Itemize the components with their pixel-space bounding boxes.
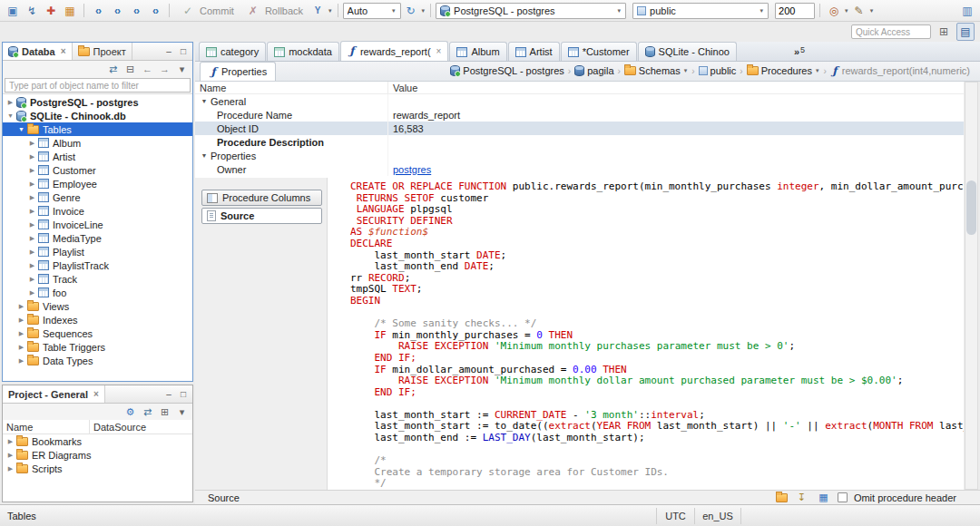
editor-tab-album[interactable]: Album bbox=[449, 42, 506, 61]
project-item-er-diagrams[interactable]: ▶ER Diagrams bbox=[3, 448, 192, 462]
navigate-object-icon[interactable] bbox=[825, 2, 843, 20]
expand-twistie-icon[interactable]: ▶ bbox=[27, 289, 37, 297]
active-connection-select[interactable]: PostgreSQL - postgres ▾ bbox=[436, 3, 626, 19]
expand-twistie-icon[interactable]: ▶ bbox=[5, 465, 15, 472]
tab-projects[interactable]: Проект bbox=[73, 43, 132, 60]
chevron-down-icon[interactable]: ▾ bbox=[845, 7, 848, 15]
project-item-scripts[interactable]: ▶Scripts bbox=[3, 462, 192, 475]
link-with-editor-icon[interactable] bbox=[140, 404, 155, 419]
expand-twistie-icon[interactable]: ▶ bbox=[27, 140, 37, 147]
project-item-bookmarks[interactable]: ▶Bookmarks bbox=[3, 434, 192, 448]
expand-twistie-icon[interactable]: ▶ bbox=[5, 438, 15, 445]
open-sql-script-icon[interactable] bbox=[127, 2, 145, 20]
tree-item-invoiceline[interactable]: ▶InvoiceLine bbox=[3, 218, 192, 231]
transaction-log-icon[interactable] bbox=[309, 2, 327, 20]
breadcrumb-item-schemas[interactable]: Schemas▾ bbox=[622, 65, 691, 76]
expand-twistie-icon[interactable]: ▶ bbox=[27, 235, 37, 242]
expand-twistie-icon[interactable]: ▶ bbox=[27, 208, 37, 215]
tab-database-navigator[interactable]: Databa bbox=[3, 43, 73, 60]
close-tab-icon[interactable] bbox=[436, 46, 442, 56]
vertical-scrollbar[interactable] bbox=[965, 82, 978, 490]
expand-twistie-icon[interactable]: ▶ bbox=[27, 194, 37, 201]
new-connection-wizard-icon[interactable] bbox=[42, 2, 60, 20]
tree-item-foo[interactable]: ▶foo bbox=[3, 286, 192, 299]
maximize-view-icon[interactable] bbox=[177, 388, 190, 401]
editor-tab-customer[interactable]: *Customer bbox=[561, 42, 637, 61]
collapse-twistie-icon[interactable]: ▼ bbox=[5, 112, 15, 119]
close-tab-icon[interactable] bbox=[93, 389, 99, 399]
tab-project-general[interactable]: Project - General bbox=[3, 385, 105, 403]
omit-procedure-header-checkbox[interactable] bbox=[838, 492, 848, 502]
chevron-down-icon[interactable]: ▾ bbox=[870, 7, 874, 15]
sql-editor-icon[interactable] bbox=[89, 2, 107, 20]
close-tab-icon[interactable] bbox=[61, 46, 66, 56]
breadcrumb-item-pagila[interactable]: pagila bbox=[572, 65, 616, 76]
chevron-down-icon[interactable]: ▾ bbox=[422, 7, 426, 15]
editor-tab-artist[interactable]: Artist bbox=[508, 42, 560, 61]
fetch-size-input[interactable] bbox=[775, 3, 815, 19]
driver-manager-icon[interactable] bbox=[61, 2, 79, 20]
expand-twistie-icon[interactable]: ▶ bbox=[27, 180, 37, 188]
tree-item-data-types[interactable]: ▶Data Types bbox=[3, 354, 192, 367]
expand-twistie-icon[interactable]: ▶ bbox=[16, 357, 26, 365]
expand-twistie-icon[interactable]: ▶ bbox=[27, 262, 37, 269]
scrollbar-thumb[interactable] bbox=[966, 180, 976, 235]
status-locale[interactable]: en_US bbox=[694, 508, 741, 524]
expand-twistie-icon[interactable]: ▶ bbox=[27, 248, 37, 256]
back-icon[interactable] bbox=[140, 62, 155, 76]
minimize-view-icon[interactable] bbox=[162, 45, 175, 58]
bottom-tab-source[interactable]: Source bbox=[208, 492, 240, 503]
link-with-editor-icon[interactable] bbox=[105, 62, 121, 76]
editor-tab-category[interactable]: category bbox=[199, 42, 266, 61]
minimize-view-icon[interactable] bbox=[162, 388, 175, 401]
edit-object-icon[interactable] bbox=[850, 2, 868, 20]
expand-icon[interactable] bbox=[157, 404, 172, 419]
column-header-value[interactable]: Value bbox=[387, 82, 964, 93]
owner-link[interactable]: postgres bbox=[393, 164, 431, 175]
breadcrumb-item-postgresql-postgres[interactable]: PostgreSQL - postgres bbox=[447, 65, 566, 76]
page-button-source[interactable]: Source bbox=[201, 208, 322, 224]
transaction-mode-select[interactable]: Auto ▾ bbox=[343, 3, 401, 19]
tree-item-genre[interactable]: ▶Genre bbox=[3, 190, 192, 204]
tree-item-album[interactable]: ▶Album bbox=[3, 136, 192, 150]
toggle-panel-icon[interactable] bbox=[816, 491, 831, 505]
tab-overflow-indicator[interactable]: 5 bbox=[794, 46, 805, 57]
tree-item-playlisttrack[interactable]: ▶PlaylistTrack bbox=[3, 258, 192, 272]
load-from-file-icon[interactable] bbox=[776, 493, 788, 502]
property-row-properties[interactable]: ▼Properties bbox=[195, 149, 964, 162]
tree-item-invoice[interactable]: ▶Invoice bbox=[3, 204, 192, 218]
column-header-datasource[interactable]: DataSource bbox=[90, 422, 192, 433]
view-menu-icon[interactable] bbox=[174, 62, 190, 76]
property-row-owner[interactable]: Ownerpostgres bbox=[195, 162, 964, 176]
tree-item-sequences[interactable]: ▶Sequences bbox=[3, 326, 192, 340]
column-header-name[interactable]: Name bbox=[195, 83, 387, 93]
collapse-twistie-icon[interactable]: ▼ bbox=[200, 98, 209, 104]
expand-twistie-icon[interactable]: ▶ bbox=[16, 303, 26, 310]
breadcrumb-item-public[interactable]: public bbox=[696, 65, 740, 76]
dbeaver-perspective-icon[interactable] bbox=[956, 23, 975, 41]
tree-item-track[interactable]: ▶Track bbox=[3, 272, 192, 286]
new-window-icon[interactable] bbox=[4, 2, 22, 20]
chevron-down-icon[interactable]: ▾ bbox=[328, 7, 332, 15]
property-row-object-id[interactable]: Object ID16,583 bbox=[195, 122, 964, 135]
commit-button[interactable]: Commit bbox=[174, 2, 239, 20]
editor-tab-rewards-report[interactable]: rewards_report( bbox=[340, 41, 448, 61]
active-schema-select[interactable]: public ▾ bbox=[632, 3, 769, 19]
expand-twistie-icon[interactable]: ▶ bbox=[5, 99, 15, 106]
editor-tab-sqlite-chinoo[interactable]: SQLite - Chinoo bbox=[638, 42, 737, 61]
object-filter-input[interactable] bbox=[5, 78, 191, 93]
expand-twistie-icon[interactable]: ▶ bbox=[27, 167, 37, 174]
rollback-button[interactable]: Rollback bbox=[240, 2, 308, 20]
view-menu-icon[interactable] bbox=[174, 404, 190, 419]
open-perspective-icon[interactable] bbox=[935, 23, 953, 41]
new-connection-icon[interactable] bbox=[23, 2, 41, 20]
property-row-general[interactable]: ▼General bbox=[195, 94, 964, 108]
breadcrumb-item-rewards-report-int4-numeric[interactable]: rewards_report(int4,numeric) bbox=[828, 65, 973, 77]
source-editor[interactable]: CREATE OR REPLACE FUNCTION public.reward… bbox=[327, 178, 964, 490]
settings-icon[interactable] bbox=[122, 404, 138, 419]
tree-item-artist[interactable]: ▶Artist bbox=[3, 150, 192, 163]
tree-item-postgresql-postgres[interactable]: ▶PostgreSQL - postgres bbox=[3, 95, 192, 109]
maximize-view-icon[interactable] bbox=[177, 45, 190, 58]
tree-item-employee[interactable]: ▶Employee bbox=[3, 177, 192, 190]
quick-access-input[interactable] bbox=[851, 24, 931, 39]
